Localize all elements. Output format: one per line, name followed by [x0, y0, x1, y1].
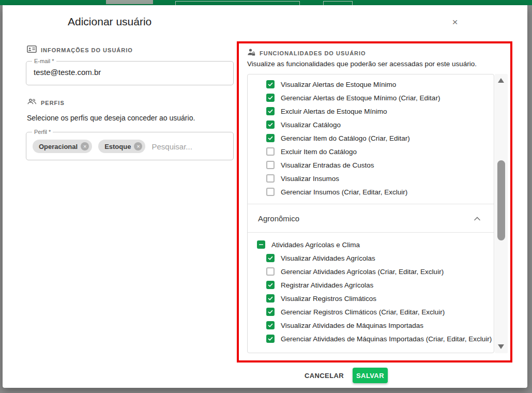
email-input[interactable] — [34, 68, 225, 77]
feature-label: Visualizar Registros Climáticos — [281, 295, 376, 303]
chip-operacional[interactable]: Operacional × — [33, 140, 92, 153]
people-icon — [27, 98, 37, 108]
feature-label: Gerenciar Atividades Agrícolas (Criar, E… — [281, 268, 444, 276]
group-title: Agronômico — [258, 214, 299, 223]
checkbox-unchecked[interactable] — [266, 174, 275, 183]
profile-search-input[interactable] — [151, 142, 214, 151]
checkbox-checked[interactable] — [266, 80, 275, 88]
profile-field-label: Perfil * — [32, 129, 53, 135]
feature-row: Gerenciar Insumos (Criar, Editar, Exclui… — [248, 185, 494, 199]
save-button[interactable]: SALVAR — [353, 368, 388, 383]
checkbox-checked[interactable] — [266, 308, 275, 316]
screen: Adicionar usuário × INFORMAÇÕES DO USUÁR… — [0, 0, 532, 393]
feature-label: Atividades Agrícolas e Clima — [271, 241, 360, 249]
close-icon[interactable]: × — [448, 16, 462, 29]
feature-label: Registrar Atividades Agrícolas — [281, 281, 373, 289]
feature-label: Visualizar Alertas de Estoque Mínimo — [281, 81, 396, 88]
user-info-section-title: INFORMAÇÕES DO USUÁRIO — [41, 47, 133, 53]
scroll-up-icon[interactable] — [498, 78, 504, 83]
profiles-section-title: PERFIS — [41, 100, 65, 106]
feature-row: Gerenciar Item do Catálogo (Criar, Edita… — [248, 131, 494, 145]
checkbox-unchecked[interactable] — [266, 188, 275, 196]
chip-remove-icon[interactable]: × — [81, 142, 89, 150]
feature-label: Gerenciar Registros Climáticos (Criar, E… — [281, 308, 445, 316]
feature-list: Visualizar Alertas de Estoque MínimoGere… — [247, 74, 494, 353]
profiles-section-header: PERFIS — [27, 98, 65, 108]
background-search-box — [175, 1, 300, 5]
features-section-title: FUNCIONALIDADES DO USUÁRIO — [260, 50, 366, 56]
feature-list-scrollbar[interactable] — [495, 74, 508, 353]
scroll-down-icon[interactable] — [498, 344, 504, 349]
feature-label: Visualizar Atividades Agrícolas — [281, 254, 375, 262]
background-tab — [106, 0, 153, 4]
feature-label: Gerenciar Item do Catálogo (Criar, Edita… — [281, 134, 410, 142]
background-button — [323, 1, 353, 5]
feature-row: Visualizar Entradas de Custos — [248, 158, 494, 172]
chip-label: Operacional — [39, 143, 78, 150]
feature-label: Gerenciar Atividades de Máquinas Importa… — [281, 335, 492, 343]
feature-label: Gerenciar Insumos (Criar, Editar, Exclui… — [281, 188, 407, 196]
chip-estoque[interactable]: Estoque × — [98, 140, 145, 153]
email-field-label: E-mail * — [32, 58, 56, 64]
checkbox-unchecked[interactable] — [266, 267, 275, 276]
cancel-button[interactable]: CANCELAR — [301, 368, 347, 383]
features-section-header: FUNCIONALIDADES DO USUÁRIO — [247, 48, 366, 58]
feature-row: Gerenciar Registros Climáticos (Criar, E… — [248, 305, 494, 319]
profile-field: Perfil * Operacional × Estoque × — [26, 132, 234, 160]
user-info-section-header: INFORMAÇÕES DO USUÁRIO — [27, 45, 133, 55]
checkbox-checked[interactable] — [266, 107, 275, 115]
chip-remove-icon[interactable]: × — [134, 142, 142, 150]
feature-row: Gerenciar Atividades de Máquinas Importa… — [248, 332, 494, 345]
feature-label: Visualizar Insumos — [281, 175, 339, 183]
checkbox-checked[interactable] — [266, 120, 275, 129]
dialog-title: Adicionar usuário — [68, 16, 151, 28]
feature-row: Gerenciar Atividades Agrícolas (Criar, E… — [248, 265, 494, 278]
chevron-up-icon[interactable] — [472, 213, 482, 224]
feature-row: Visualizar Registros Climáticos — [248, 292, 494, 305]
feature-row: Visualizar Atividades de Máquinas Import… — [248, 319, 494, 332]
feature-row: Monitoramento — [248, 351, 494, 353]
feature-row: Visualizar Insumos — [248, 172, 494, 185]
feature-label: Excluir Alertas de Estoque Mínimo — [281, 108, 387, 115]
chip-label: Estoque — [104, 143, 131, 150]
contact-card-icon — [27, 45, 37, 55]
checkbox-checked[interactable] — [266, 254, 275, 262]
background-app-bar — [0, 0, 532, 5]
checkbox-checked[interactable] — [266, 94, 275, 102]
feature-row: Visualizar Catálogo — [248, 118, 494, 131]
feature-label: Visualizar Atividades de Máquinas Import… — [281, 322, 423, 329]
feature-label: Excluir Item do Catálogo — [281, 148, 357, 156]
feature-group-header: Agronômico — [248, 204, 494, 233]
scrollbar-thumb[interactable] — [497, 160, 505, 240]
feature-row: Visualizar Atividades Agrícolas — [248, 251, 494, 265]
feature-row: Atividades Agrícolas e Clima — [248, 238, 494, 251]
checkbox-checked[interactable] — [266, 281, 275, 289]
feature-row: Gerenciar Alertas de Estoque Mínimo (Cri… — [248, 91, 494, 104]
feature-row: Excluir Item do Catálogo — [248, 145, 494, 158]
feature-row: Registrar Atividades Agrícolas — [248, 278, 494, 292]
feature-label: Visualizar Entradas de Custos — [281, 161, 374, 169]
checkbox-checked[interactable] — [266, 134, 275, 142]
features-description: Visualize as funcionalidades que poderão… — [247, 60, 477, 68]
checkbox-unchecked[interactable] — [266, 147, 275, 156]
feature-label: Gerenciar Alertas de Estoque Mínimo (Cri… — [281, 94, 440, 102]
add-user-dialog: Adicionar usuário × INFORMAÇÕES DO USUÁR… — [3, 5, 527, 388]
feature-row: Excluir Alertas de Estoque Mínimo — [248, 104, 494, 118]
checkbox-checked[interactable] — [266, 335, 275, 343]
feature-label: Visualizar Catálogo — [281, 121, 341, 129]
person-lock-icon — [247, 48, 255, 58]
email-field: E-mail * — [26, 61, 234, 85]
checkbox-checked[interactable] — [266, 294, 275, 303]
feature-row: Visualizar Alertas de Estoque Mínimo — [248, 78, 494, 91]
checkbox-checked[interactable] — [266, 321, 275, 329]
checkbox-indeterminate[interactable] — [257, 240, 265, 249]
checkbox-unchecked[interactable] — [266, 161, 275, 169]
profiles-instruction: Selecione os perfis que deseja conceder … — [27, 114, 195, 122]
profile-chips: Operacional × Estoque × — [33, 140, 214, 153]
